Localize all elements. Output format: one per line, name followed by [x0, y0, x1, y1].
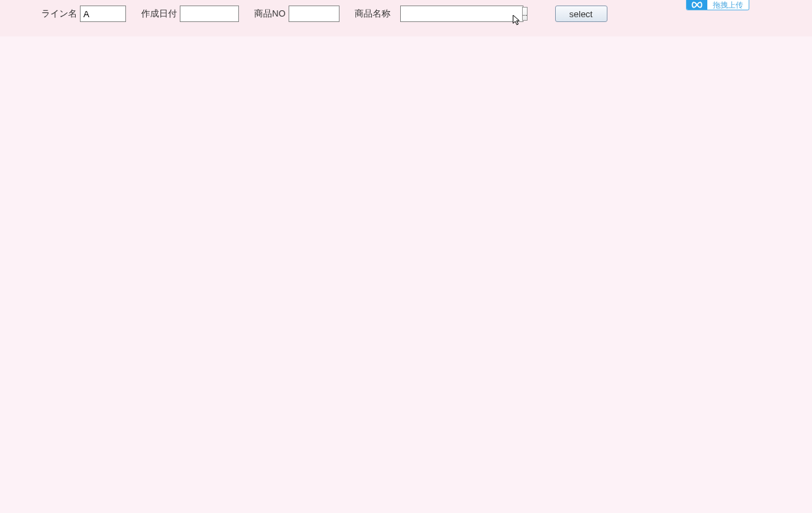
creation-date-label: 作成日付 [141, 8, 177, 20]
drag-upload-widget[interactable]: 拖拽上传 [686, 0, 749, 10]
infinity-icon [687, 0, 707, 10]
drag-upload-label: 拖拽上传 [707, 0, 749, 10]
creation-date-group: 作成日付 [141, 6, 239, 22]
content-area [0, 36, 812, 513]
line-name-label: ライン名 [41, 8, 77, 20]
product-no-input[interactable] [289, 6, 340, 22]
ellipsis-icon: ... [523, 10, 528, 17]
product-name-picker-button[interactable]: ... [522, 7, 528, 21]
line-name-group: ライン名 [41, 6, 126, 22]
filter-toolbar: ライン名 作成日付 商品NO 商品名称 ... select 拖拽上传 [0, 0, 812, 36]
creation-date-input[interactable] [180, 6, 239, 22]
product-no-label: 商品NO [254, 8, 286, 20]
product-name-label: 商品名称 [355, 8, 391, 20]
select-button[interactable]: select [555, 6, 607, 22]
product-name-input[interactable] [401, 6, 522, 21]
product-name-input-wrap: ... [400, 6, 523, 22]
product-name-group: 商品名称 ... [355, 6, 523, 22]
product-no-group: 商品NO [254, 6, 340, 22]
line-name-input[interactable] [80, 6, 126, 22]
